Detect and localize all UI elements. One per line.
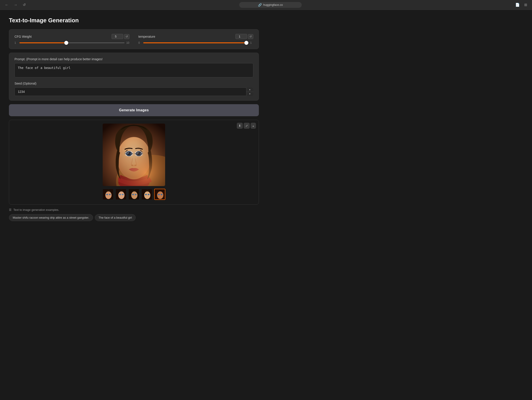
seed-increment-button[interactable]: ▲ (246, 88, 253, 92)
cfg-value-input[interactable] (112, 34, 123, 39)
seed-input[interactable] (14, 88, 253, 96)
seed-label: Seed (Optional) (14, 82, 253, 85)
cfg-reset-button[interactable]: ↺ (124, 34, 129, 39)
generated-image (103, 124, 165, 186)
svg-point-25 (122, 194, 124, 195)
svg-point-29 (135, 194, 137, 195)
temperature-min-label: 0 (138, 41, 141, 44)
thumbnail-1[interactable] (102, 189, 114, 200)
prompt-card: Prompt. (Prompt in more detail can help … (9, 53, 259, 101)
browser-forward-button[interactable]: → (13, 2, 19, 8)
svg-rect-17 (103, 124, 165, 186)
svg-point-27 (131, 191, 138, 199)
svg-point-20 (106, 194, 108, 195)
svg-point-23 (118, 191, 125, 199)
svg-point-33 (148, 194, 150, 195)
temperature-max-label: 1 (250, 41, 253, 44)
main-content: Text-to-Image Generation CFG Weight ↺ 1 … (0, 10, 268, 228)
browser-url-bar: 🔗 huggingface.co (30, 2, 511, 8)
svg-point-36 (158, 194, 160, 195)
thumbnails-row (102, 189, 165, 200)
temperature-group: temperature ↺ 0 1 (138, 34, 253, 44)
url-text: huggingface.co (263, 3, 283, 6)
temperature-value-input[interactable] (235, 34, 247, 39)
example-chip-1[interactable]: Master shifu racoon wearing drip attire … (9, 214, 93, 221)
url-pill[interactable]: 🔗 huggingface.co (239, 2, 302, 8)
main-image-container (103, 124, 165, 186)
seed-decrement-button[interactable]: ▼ (246, 92, 253, 96)
temperature-value-box: ↺ (235, 34, 253, 39)
browser-back-button[interactable]: ← (4, 2, 10, 8)
cfg-label: CFG Weight (14, 35, 32, 38)
prompt-label: Prompt. (Prompt in more detail can help … (14, 57, 253, 61)
cfg-header: CFG Weight ↺ (14, 34, 129, 39)
thumbnail-3[interactable] (128, 189, 139, 200)
seed-spinner: ▲ ▼ (246, 88, 253, 96)
cfg-min-label: 1 (14, 41, 18, 44)
examples-chips: Master shifu racoon wearing drip attire … (9, 214, 259, 221)
thumbnail-5[interactable] (154, 189, 165, 200)
download-button[interactable]: ⬇ (237, 123, 243, 129)
cfg-track-row: 1 10 (14, 41, 129, 44)
temperature-track-row: 0 1 (138, 41, 253, 44)
fullscreen-button[interactable]: ⤢ (244, 123, 250, 129)
browser-actions: 📄 ⊞ (514, 2, 528, 8)
svg-point-21 (109, 194, 111, 195)
svg-point-37 (161, 194, 162, 195)
sidebar-toggle-button[interactable]: ⊞ (523, 2, 528, 8)
list-icon: ☰ (9, 208, 12, 212)
browser-reload-button[interactable]: ↺ (21, 2, 27, 8)
svg-point-24 (119, 194, 121, 195)
svg-point-28 (132, 194, 134, 195)
browser-toolbar: ← → ↺ 🔗 huggingface.co 📄 ⊞ (0, 0, 532, 10)
svg-point-19 (105, 191, 112, 199)
examples-section: ☰ Text to image generation examples. Mas… (9, 208, 259, 221)
thumbnail-4[interactable] (141, 189, 152, 200)
image-output-card: ⬇ ⤢ ⟁ (9, 120, 259, 205)
temperature-header: temperature ↺ (138, 34, 253, 39)
cfg-max-label: 10 (126, 41, 129, 44)
cfg-value-box: ↺ (112, 34, 129, 39)
page-title: Text-to-Image Generation (9, 17, 259, 24)
seed-input-wrapper: ▲ ▼ (14, 88, 253, 96)
link-icon: 🔗 (258, 3, 262, 7)
generate-button[interactable]: Generate Images (9, 104, 259, 116)
share-button[interactable]: ⟁ (251, 123, 256, 129)
thumbnail-2[interactable] (115, 189, 127, 200)
sliders-row: CFG Weight ↺ 1 10 temperature (14, 34, 253, 44)
examples-header-text: Text to image generation examples. (13, 208, 59, 212)
image-actions: ⬇ ⤢ ⟁ (237, 123, 256, 129)
examples-header: ☰ Text to image generation examples. (9, 208, 259, 212)
prompt-textarea[interactable]: The face of a beautiful girl (14, 63, 253, 77)
temperature-label: temperature (138, 35, 155, 38)
svg-point-31 (144, 191, 150, 199)
svg-point-32 (145, 194, 147, 195)
cfg-slider[interactable] (19, 42, 125, 43)
svg-point-35 (157, 191, 163, 199)
temperature-reset-button[interactable]: ↺ (248, 34, 253, 39)
controls-card: CFG Weight ↺ 1 10 temperature (9, 29, 259, 49)
reader-view-button[interactable]: 📄 (514, 2, 521, 8)
cfg-weight-group: CFG Weight ↺ 1 10 (14, 34, 129, 44)
example-chip-2[interactable]: The face of a beautiful girl (95, 214, 136, 221)
temperature-slider[interactable] (143, 42, 248, 43)
